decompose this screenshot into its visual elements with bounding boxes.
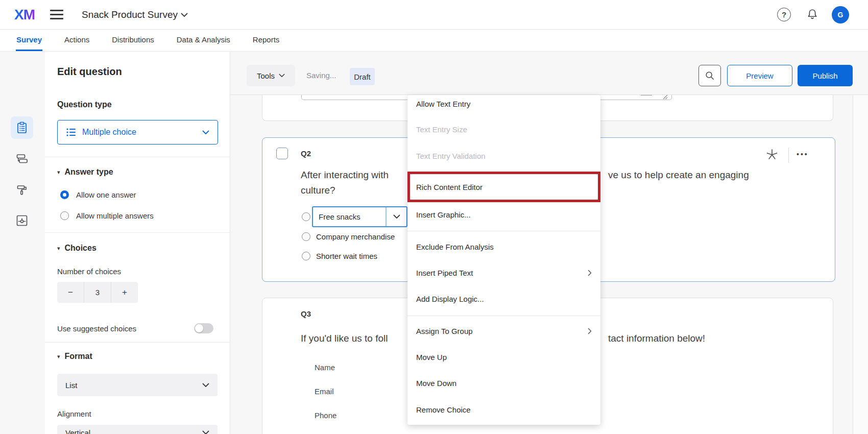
ellipsis-menu-icon[interactable]: ••• [797, 150, 809, 158]
menu-item-rich-content-editor-highlighted[interactable]: Rich Content Editor [407, 172, 600, 202]
chevron-right-icon [588, 328, 592, 334]
search-button[interactable] [698, 65, 721, 86]
radio-unselected-icon [302, 212, 310, 221]
user-avatar[interactable]: G [832, 6, 849, 23]
choice-count-stepper: − 3 + [57, 282, 138, 303]
increase-choices-button[interactable]: + [111, 282, 138, 303]
tab-reports[interactable]: Reports [252, 30, 280, 51]
tools-button[interactable]: Tools [247, 65, 295, 86]
toggle-knob [195, 324, 203, 332]
scrollbar-gutter[interactable] [853, 95, 868, 434]
radio-allow-multiple-answers[interactable]: Allow multiple answers [60, 211, 154, 220]
radio-allow-one-answer[interactable]: Allow one answer [60, 190, 136, 199]
menu-item-move-down[interactable]: Move Down [407, 372, 600, 394]
form-field-name[interactable]: Name [315, 363, 335, 372]
format-dropdown[interactable]: List [57, 374, 218, 396]
chevron-down-icon [393, 214, 400, 219]
radio-unselected-icon [302, 252, 310, 260]
question-text-left[interactable]: After interacting with culture? [301, 167, 389, 198]
menu-item-assign-to-group[interactable]: Assign To Group [407, 320, 600, 342]
divider [407, 231, 600, 231]
help-icon[interactable]: ? [777, 8, 791, 21]
radio-selected-icon [60, 190, 69, 199]
choice-edit-value[interactable]: Free snacks [313, 207, 385, 226]
suggested-choices-toggle[interactable] [194, 323, 213, 333]
choice-count-value: 3 [84, 282, 111, 303]
xm-logo: XM [14, 7, 35, 23]
chevron-down-icon [202, 383, 209, 388]
divider [788, 148, 789, 163]
qualtrics-survey-editor: XM Snack Product Survey ? G Survey Actio… [0, 0, 868, 434]
app-header: XM Snack Product Survey ? G [0, 0, 868, 30]
form-field-email[interactable]: Email [315, 387, 334, 396]
primary-nav-tabs: Survey Actions Distributions Data & Anal… [0, 30, 868, 52]
chevron-down-icon [279, 74, 285, 78]
question-text-left[interactable]: If you'd like us to foll [301, 331, 388, 346]
question-text-right[interactable]: tact information below! [608, 331, 705, 346]
menu-item-insert-piped-text[interactable]: Insert Piped Text [407, 261, 600, 284]
divider [45, 157, 230, 157]
star-icon[interactable] [765, 148, 779, 161]
chevron-down-icon [202, 430, 209, 434]
collapse-icon: ▾ [57, 245, 60, 252]
choice-context-menu: Allow Text Entry Text Entry Size Text En… [407, 95, 600, 425]
choice-edit-box[interactable]: Free snacks [312, 206, 407, 227]
tab-actions[interactable]: Actions [64, 30, 90, 51]
preview-button[interactable]: Preview [727, 65, 792, 86]
menu-item-text-entry-validation: Text Entry Validation [407, 144, 600, 167]
question-checkbox[interactable] [276, 148, 288, 159]
menu-item-allow-text-entry[interactable]: Allow Text Entry [407, 95, 600, 112]
edit-question-panel: Edit question Question type Multiple cho… [45, 52, 230, 434]
tab-distributions[interactable]: Distributions [111, 30, 155, 51]
question-type-dropdown[interactable]: Multiple choice [57, 120, 218, 144]
question-type-value: Multiple choice [82, 128, 136, 137]
survey-options-icon[interactable] [11, 209, 33, 232]
hamburger-menu-icon[interactable] [50, 10, 63, 20]
menu-item-remove-choice[interactable]: Remove Choice [407, 398, 600, 421]
tab-data-analysis[interactable]: Data & Analysis [176, 30, 231, 51]
format-section-header[interactable]: ▾ Format [57, 352, 92, 361]
chevron-right-icon [588, 270, 592, 276]
collapse-icon: ▾ [57, 169, 60, 176]
answer-type-section-header[interactable]: ▾ Answer type [57, 167, 113, 177]
use-suggested-choices-label: Use suggested choices [57, 324, 136, 333]
choice-dropdown-button[interactable] [385, 207, 406, 226]
menu-item-add-display-logic[interactable]: Add Display Logic... [407, 287, 600, 310]
format-heading: Format [65, 352, 92, 361]
menu-item-text-entry-size: Text Entry Size [407, 118, 600, 140]
choices-section-header[interactable]: ▾ Choices [57, 244, 97, 253]
chevron-down-icon[interactable] [181, 13, 188, 17]
survey-flow-icon[interactable] [11, 148, 33, 170]
collapse-icon: ▾ [57, 353, 60, 360]
choice-radio-1[interactable] [302, 212, 310, 221]
tab-survey[interactable]: Survey [16, 30, 42, 51]
radio-unselected-icon [60, 211, 69, 220]
menu-item-exclude-from-analysis[interactable]: Exclude From Analysis [407, 235, 600, 258]
alignment-dropdown[interactable]: Vertical [57, 425, 218, 434]
left-icon-rail [0, 52, 45, 434]
survey-builder-icon[interactable] [11, 116, 33, 139]
divider [45, 342, 230, 343]
choice-row-3[interactable]: Shorter wait times [302, 252, 377, 260]
survey-title[interactable]: Snack Product Survey [82, 9, 178, 20]
divider [45, 232, 230, 233]
status-badge: Draft [350, 68, 375, 85]
decrease-choices-button[interactable]: − [57, 282, 84, 303]
question-id: Q2 [301, 149, 311, 158]
menu-item-move-up[interactable]: Move Up [407, 346, 600, 368]
question-id: Q3 [301, 309, 311, 318]
divider [407, 316, 600, 316]
form-field-phone[interactable]: Phone [315, 411, 336, 420]
answer-type-heading: Answer type [65, 167, 113, 177]
number-of-choices-label: Number of choices [57, 267, 121, 276]
alignment-label: Alignment [57, 409, 91, 418]
notifications-bell-icon[interactable] [806, 8, 819, 21]
menu-item-insert-graphic[interactable]: Insert Graphic... [407, 203, 600, 226]
publish-button[interactable]: Publish [798, 65, 853, 86]
format-value: List [65, 381, 77, 390]
choice-row-2[interactable]: Company merchandise [302, 232, 395, 241]
question-type-label: Question type [57, 100, 112, 109]
look-and-feel-icon[interactable] [11, 179, 33, 201]
radio-unselected-icon [302, 232, 310, 241]
question-text-right[interactable]: ve us to help create an engaging [608, 167, 749, 183]
